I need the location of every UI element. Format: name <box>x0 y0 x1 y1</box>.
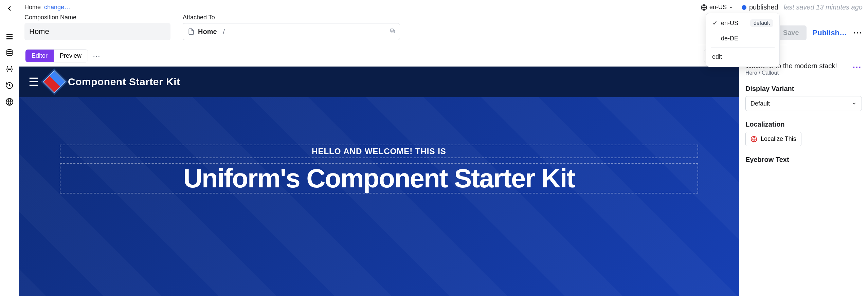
attached-to-field[interactable]: Home / <box>183 23 400 40</box>
status-label: published <box>749 3 778 11</box>
publish-button[interactable]: Publish… <box>813 29 847 37</box>
nav-json-icon[interactable] <box>5 64 14 74</box>
copy-icon[interactable] <box>390 28 396 36</box>
locale-dropdown: ✓ en-US default de-DE edit <box>706 13 780 67</box>
brand-title: Component Starter Kit <box>68 76 180 88</box>
save-button[interactable]: Save <box>776 25 807 40</box>
nav-history-icon[interactable] <box>5 81 14 90</box>
locale-option-label: de-DE <box>721 35 738 42</box>
svg-rect-2 <box>6 38 13 39</box>
back-button[interactable] <box>5 4 14 15</box>
attached-to-label: Attached To <box>183 14 400 21</box>
page-icon <box>188 28 195 35</box>
display-variant-label: Display Variant <box>745 85 862 93</box>
svg-rect-1 <box>6 36 13 37</box>
composition-name-input[interactable] <box>24 23 170 40</box>
hero-eyebrow[interactable]: HELLO AND WELCOME! THIS IS <box>64 147 694 156</box>
svg-point-6 <box>10 69 11 70</box>
svg-point-3 <box>7 50 12 52</box>
locale-option-label: en-US <box>721 20 738 27</box>
nav-data-icon[interactable] <box>5 48 14 58</box>
locale-option-en-us[interactable]: ✓ en-US default <box>706 15 779 31</box>
locale-option-de-de[interactable]: de-DE <box>706 31 779 46</box>
breadcrumb-change-link[interactable]: change… <box>44 4 70 11</box>
nav-globe-icon[interactable] <box>5 97 14 107</box>
display-variant-value: Default <box>751 100 770 107</box>
hero-headline[interactable]: Uniform's Component Starter Kit <box>64 165 694 191</box>
hamburger-icon[interactable]: ☰ <box>29 75 39 89</box>
preview-canvas[interactable]: ☰ Component Starter Kit HELLO AND WELCOM… <box>19 67 739 296</box>
attached-to-path: / <box>223 28 225 36</box>
more-actions-button[interactable]: ⋯ <box>853 27 863 38</box>
last-saved: last saved 13 minutes ago <box>784 3 863 11</box>
tab-editor[interactable]: Editor <box>25 50 54 62</box>
logo-icon <box>43 70 66 93</box>
composition-name-label: Composition Name <box>24 14 170 21</box>
context-subtitle: Hero / Callout <box>745 70 837 76</box>
breadcrumb-home: Home <box>24 4 41 11</box>
chevron-down-icon <box>729 5 734 10</box>
context-more-button[interactable]: ⋯ <box>852 62 862 73</box>
svg-point-4 <box>8 69 9 70</box>
toolbar-more-button[interactable]: ⋯ <box>93 52 100 60</box>
svg-point-5 <box>9 69 10 70</box>
display-variant-select[interactable]: Default <box>745 96 862 111</box>
publish-status: published last saved 13 minutes ago <box>742 3 863 11</box>
locale-selected: en-US <box>709 4 727 11</box>
locale-edit-option[interactable]: edit <box>706 49 779 64</box>
svg-rect-0 <box>6 34 13 35</box>
localize-this-button[interactable]: Localize This <box>745 132 801 146</box>
globe-icon <box>751 136 757 143</box>
status-dot <box>742 5 746 10</box>
eyebrow-text-label: Eyebrow Text <box>745 156 862 164</box>
nav-structure-icon[interactable] <box>5 32 14 41</box>
chevron-down-icon <box>851 101 857 106</box>
attached-to-name: Home <box>198 28 217 36</box>
check-icon: ✓ <box>712 19 718 27</box>
localization-label: Localization <box>745 121 862 128</box>
locale-picker[interactable]: en-US <box>701 4 734 11</box>
locale-default-badge: default <box>750 19 773 27</box>
tab-preview[interactable]: Preview <box>54 50 88 62</box>
localize-this-label: Localize This <box>761 135 796 143</box>
